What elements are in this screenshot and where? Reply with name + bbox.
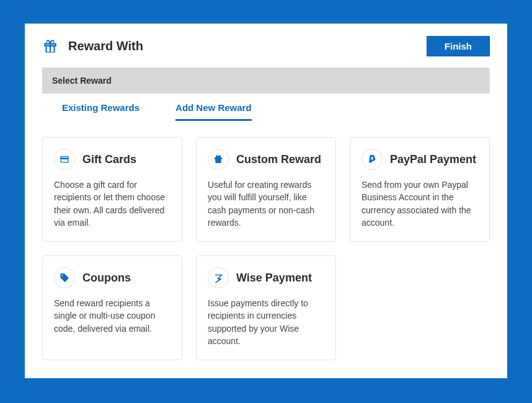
gift-icon (42, 38, 58, 55)
reward-grid: Gift Cards Choose a gift card for recipi… (25, 121, 507, 376)
reward-card-coupons[interactable]: Coupons Send reward recipients a single … (42, 255, 182, 360)
wise-icon (208, 267, 229, 288)
reward-desc: Send reward recipients a single or multi… (54, 297, 171, 335)
reward-card-header: Coupons (54, 267, 171, 288)
reward-card-header: Gift Cards (54, 149, 171, 170)
select-reward-bar: Select Reward (42, 68, 490, 94)
modal-card: Reward With Finish Select Reward Existin… (25, 24, 507, 378)
paypal-icon (361, 149, 383, 170)
finish-button[interactable]: Finish (427, 36, 490, 56)
reward-title: PayPal Payment (390, 153, 476, 166)
reward-card-wise[interactable]: Wise Payment Issue payments directly to … (196, 255, 336, 360)
reward-card-header: Custom Reward (208, 149, 324, 170)
reward-title: Custom Reward (236, 153, 321, 166)
tabs: Existing Rewards Add New Reward (25, 94, 507, 121)
reward-desc: Useful for creating rewards you will ful… (208, 179, 324, 229)
reward-card-custom[interactable]: Custom Reward Useful for creating reward… (196, 137, 336, 242)
page-title: Reward With (68, 39, 143, 53)
reward-desc: Send from your own Paypal Business Accou… (361, 179, 478, 229)
tab-existing-rewards[interactable]: Existing Rewards (62, 102, 140, 121)
reward-desc: Choose a gift card for recipients or let… (54, 179, 171, 229)
credit-card-icon (54, 149, 75, 170)
reward-desc: Issue payments directly to recipients in… (208, 297, 324, 347)
reward-title: Coupons (82, 272, 131, 285)
header-left: Reward With (42, 38, 143, 55)
gift-icon (208, 149, 229, 170)
header: Reward With Finish (25, 24, 507, 68)
select-reward-label: Select Reward (52, 76, 112, 86)
reward-card-header: Wise Payment (208, 267, 324, 288)
reward-title: Gift Cards (82, 153, 136, 166)
tab-add-new-reward[interactable]: Add New Reward (175, 102, 252, 121)
reward-card-gift-cards[interactable]: Gift Cards Choose a gift card for recipi… (42, 137, 182, 242)
tag-icon (54, 267, 75, 288)
reward-card-paypal[interactable]: PayPal Payment Send from your own Paypal… (350, 137, 490, 242)
reward-title: Wise Payment (236, 272, 312, 285)
reward-card-header: PayPal Payment (361, 149, 478, 170)
